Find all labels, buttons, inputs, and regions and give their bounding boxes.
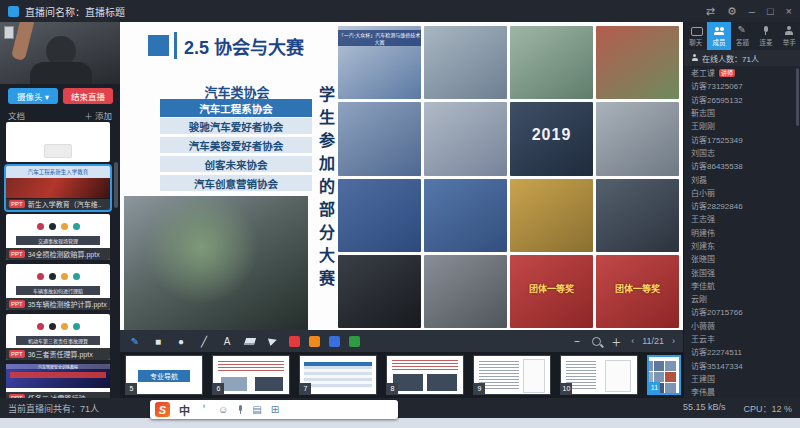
member-row[interactable]: 明建伟	[684, 226, 796, 239]
color-swatch-blue[interactable]	[329, 336, 340, 347]
ime-toolbox-icon[interactable]: ⊞	[271, 404, 279, 415]
minimize-button[interactable]: –	[749, 5, 755, 17]
slide-thumb-10[interactable]: 10	[560, 355, 638, 395]
color-swatch-green[interactable]	[349, 336, 360, 347]
association-item: 骏驰汽车爱好者协会	[160, 118, 312, 136]
member-row[interactable]: 访客26595132	[684, 93, 796, 106]
member-row[interactable]: 刘建东	[684, 239, 796, 252]
member-name: 老工课	[691, 67, 715, 78]
member-row[interactable]: 李伟晨	[684, 385, 796, 398]
member-row[interactable]: 李佳航	[684, 279, 796, 292]
member-list: 老工课 讲师 访客73125067 访客26595132 靳志国 王刚刚 访客1…	[684, 66, 796, 398]
magnifier-icon[interactable]	[592, 337, 601, 346]
zoom-out-icon[interactable]: −	[570, 334, 584, 348]
camera-select-button[interactable]: 摄像头 ▾	[8, 88, 58, 104]
ime-mic-icon[interactable]	[237, 405, 243, 414]
association-item: 汽车创意营销协会	[160, 175, 312, 193]
end-broadcast-button[interactable]: 结束直播	[63, 88, 113, 104]
doc-item-36[interactable]: 机动车第三者责任事故理算 PPT36三者责任理算.pptx	[6, 314, 110, 360]
member-name: 李伟晨	[691, 386, 715, 397]
thumb-number: 5	[126, 383, 137, 394]
member-row[interactable]: 靳志国	[684, 106, 796, 119]
doclist-scrollbar[interactable]	[114, 162, 118, 208]
doc-item-34[interactable]: 交通事故现场管理 PPT34全损检测欧赔算.pptx	[6, 214, 110, 260]
member-row[interactable]: 王建国	[684, 372, 796, 385]
zoom-in-icon[interactable]: ＋	[609, 334, 623, 348]
tab-raise-hand[interactable]: 举手	[778, 22, 800, 50]
photo-label: 2019	[510, 126, 593, 144]
thumb-number: 6	[213, 383, 224, 394]
member-row[interactable]: 访客22274511	[684, 345, 796, 358]
person-icon	[783, 26, 795, 36]
lecturer-badge: 讲师	[719, 69, 735, 77]
ellipse-tool-icon[interactable]: ●	[174, 334, 188, 348]
prev-page-arrow[interactable]: ‹	[631, 336, 634, 346]
text-tool-icon[interactable]: A	[220, 334, 234, 348]
rectangle-tool-icon[interactable]: ■	[151, 334, 165, 348]
thumb-number: 11	[649, 382, 660, 393]
eraser-tool-icon[interactable]	[243, 334, 257, 348]
photo-label: 「一汽-大众杯」汽车检测与维修技术大赛	[338, 30, 421, 46]
member-row[interactable]: 访客28292846	[684, 199, 796, 212]
member-row[interactable]: 云刚	[684, 292, 796, 305]
student-repair-photo	[124, 196, 308, 330]
room-count-status: 当前直播间共有：71人	[8, 402, 99, 415]
live-broadcast-app: { "window": { "title": "直播间名称：直播标题", "co…	[0, 0, 800, 428]
ime-emoji-icon[interactable]: ☺	[218, 404, 228, 415]
tab-mic[interactable]: 连麦	[754, 22, 777, 50]
add-document-button[interactable]: ＋ 添加	[84, 109, 112, 121]
member-row[interactable]: 刘国志	[684, 146, 796, 159]
doc-item-task2[interactable]: 汽车驾驶安全训练教程 PPT任务二 冰雪路行驶..	[6, 364, 110, 398]
slide-thumb-5[interactable]: 专业导航 5	[125, 355, 203, 395]
slide-thumb-6[interactable]: 6	[212, 355, 290, 395]
member-list-scrollbar[interactable]	[796, 68, 799, 126]
tab-quiz[interactable]: 答题	[731, 22, 754, 50]
doc-item-35[interactable]: 车辆事故如何进行理赔 PPT35车辆检测维护计算.pptx	[6, 264, 110, 310]
title-square-decoration	[148, 35, 169, 56]
slide-thumb-7[interactable]: 7	[299, 355, 377, 395]
member-row[interactable]: 小薇薇	[684, 319, 796, 332]
member-row[interactable]: 老工课 讲师	[684, 66, 796, 79]
next-page-arrow[interactable]: ›	[672, 336, 675, 346]
sogou-logo-icon[interactable]: S	[155, 402, 170, 417]
doc-item-whiteboard[interactable]	[6, 122, 110, 162]
close-button[interactable]: ×	[786, 5, 792, 17]
member-row[interactable]: 王云丰	[684, 332, 796, 345]
laser-pointer-icon[interactable]	[266, 334, 280, 348]
ime-mode-chinese[interactable]: 中	[179, 402, 190, 418]
slide-title: 2.5 协会与大赛	[184, 33, 304, 59]
member-row[interactable]: 访客35147334	[684, 359, 796, 372]
tab-chat[interactable]: 聊天	[684, 22, 707, 50]
slide-thumb-9[interactable]: 9	[473, 355, 551, 395]
maximize-button[interactable]: □	[767, 5, 774, 17]
page-controls: − ＋ ‹ 11/21 ›	[570, 334, 675, 348]
screen-cast-icon[interactable]: ⇄	[706, 5, 715, 18]
member-name: 访客20715766	[691, 306, 743, 317]
color-swatch-red[interactable]	[289, 336, 300, 347]
ppt-tag: PPT	[9, 250, 25, 258]
doc-item-freshman-education[interactable]: 汽车工程系新生入学教育 PPT新生入学教育（汽车维..	[6, 166, 110, 210]
member-row[interactable]: 访客73125067	[684, 79, 796, 92]
color-swatch-orange[interactable]	[309, 336, 320, 347]
line-tool-icon[interactable]: ╱	[197, 334, 211, 348]
ppt-tag: PPT	[9, 350, 25, 358]
member-row[interactable]: 访客20715766	[684, 305, 796, 318]
member-name: 访客22274511	[691, 346, 742, 357]
settings-gear-icon[interactable]: ⚙	[727, 5, 737, 18]
doc-caption: 35车辆检测维护计算.pptx	[28, 299, 107, 309]
member-row[interactable]: 王刚刚	[684, 119, 796, 132]
slide-thumb-8[interactable]: 8	[386, 355, 464, 395]
member-row[interactable]: 白小丽	[684, 186, 796, 199]
member-row[interactable]: 访客86435538	[684, 159, 796, 172]
member-row[interactable]: 访客17525349	[684, 132, 796, 145]
member-row[interactable]: 刘磊	[684, 172, 796, 185]
pen-tool-icon[interactable]: ✎	[128, 334, 142, 348]
tab-members[interactable]: 成员	[707, 22, 730, 50]
slide-thumb-11-current[interactable]: 11	[647, 355, 681, 395]
ime-punctuation-icon[interactable]: ＇	[199, 402, 209, 417]
member-row[interactable]: 张晓国	[684, 252, 796, 265]
competition-photo	[510, 179, 593, 252]
member-row[interactable]: 张国强	[684, 265, 796, 278]
ime-keyboard-icon[interactable]: ▤	[252, 404, 261, 415]
member-row[interactable]: 王志强	[684, 212, 796, 225]
